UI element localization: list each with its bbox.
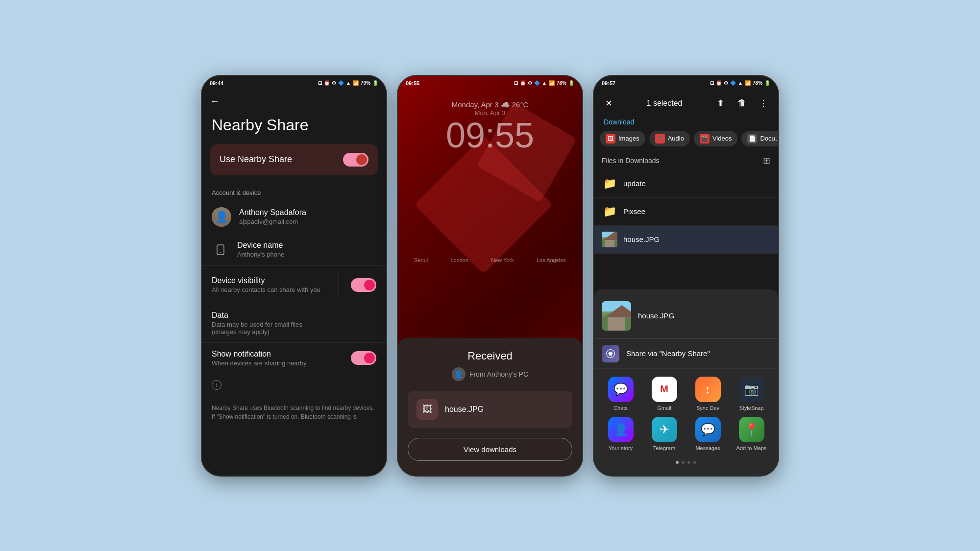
phone3-toolbar: ✕ 1 selected ⬆ 🗑 ⋮: [594, 91, 778, 116]
app-gmail[interactable]: M Gmail: [645, 377, 683, 411]
filter-audio[interactable]: 🎵 Audio: [649, 131, 690, 146]
device-name-item[interactable]: Device name Anthony's phone: [202, 234, 386, 266]
show-notification-item[interactable]: Show notification When devices are shari…: [202, 343, 386, 374]
sender-avatar-icon: 👤: [454, 370, 463, 378]
filter-videos-label: Videos: [712, 135, 732, 142]
settings-icon3: ⚙: [724, 80, 728, 86]
device-visibility-label: Device visibility: [212, 276, 327, 285]
device-name-value: Anthony's phone: [237, 251, 376, 258]
wifi-icon: ▲: [346, 80, 351, 86]
battery-icon3: 🔋: [764, 80, 770, 86]
received-file-card: 🖼 house.JPG: [408, 391, 572, 428]
app-messages[interactable]: 💬 Messages: [689, 417, 727, 451]
gmail-icon: M: [652, 377, 677, 402]
app-your-story[interactable]: 👤 Your story: [602, 417, 639, 451]
filter-images[interactable]: 🖼 Images: [600, 131, 645, 146]
grid-view-icon[interactable]: ⊞: [763, 155, 770, 166]
phone2-content: 09:55 ⊡ ⏰ ⚙ 🔷 ▲ 📶 78% 🔋 Monday, Apr 3 ☁️…: [398, 76, 582, 476]
share-button[interactable]: ⬆: [711, 95, 729, 112]
chats-label: Chats: [613, 405, 628, 411]
phone-2: 09:55 ⊡ ⏰ ⚙ 🔷 ▲ 📶 78% 🔋 Monday, Apr 3 ☁️…: [397, 75, 583, 477]
more-button[interactable]: ⋮: [755, 95, 772, 112]
folder-pixsee-name: Pixsee: [623, 207, 645, 216]
your-story-label: Your story: [609, 445, 633, 451]
house-thumbnail: [602, 232, 617, 247]
device-visibility-item[interactable]: Device visibility All nearby contacts ca…: [202, 266, 386, 304]
filter-row: 🖼 Images 🎵 Audio 🎬 Videos 📄 Docu…: [594, 131, 778, 151]
folder-pixsee[interactable]: 📁 Pixsee: [594, 198, 778, 226]
footer-text: Nearby Share uses Bluetooth scanning to …: [202, 396, 386, 429]
docs-icon: 📄: [747, 134, 757, 144]
battery-text3: 78%: [753, 80, 762, 86]
divider: [339, 273, 339, 297]
alarm-icon3: ⏰: [716, 80, 722, 86]
phone-1: 09:44 ⊡ ⏰ ⚙ 🔷 ▲ 📶 79% 🔋 ← Nearby Share U…: [201, 75, 387, 477]
nearby-share-row[interactable]: Share via "Nearby Share": [594, 339, 778, 369]
sender-avatar: 👤: [452, 367, 466, 381]
info-icon: i: [212, 380, 221, 390]
use-nearby-share-toggle[interactable]: [343, 153, 368, 167]
sim-icon2: ⊡: [514, 80, 518, 86]
wifi-icon2: ▲: [542, 80, 547, 86]
share-file-label: house.JPG: [638, 311, 674, 320]
folder-update[interactable]: 📁 update: [594, 170, 778, 198]
house-body: [605, 240, 614, 247]
app-stylesnap[interactable]: 📷 StyleSnap: [733, 377, 770, 411]
files-section-title: Files in Downloads: [602, 157, 660, 165]
phone3-time: 09:57: [602, 80, 615, 86]
bluetooth-icon: 🔷: [338, 80, 344, 86]
phone-3: 09:57 ⊡ ⏰ ⚙ 🔷 ▲ 📶 78% 🔋 ✕ 1 selected ⬆ 🗑…: [593, 75, 779, 477]
city-newyork: New York: [491, 257, 514, 263]
phone1-content: ← Nearby Share Use Nearby Share Account …: [202, 91, 386, 476]
user-name: Anthony Spadafora: [239, 208, 376, 217]
share-preview: house.JPG: [594, 297, 778, 339]
back-button[interactable]: ←: [210, 96, 220, 107]
nearby-share-label: Share via "Nearby Share": [626, 349, 710, 358]
dot-4: [693, 461, 696, 464]
phone1-status-icons: ⊡ ⏰ ⚙ 🔷 ▲ 📶 79% 🔋: [318, 80, 378, 86]
filter-videos[interactable]: 🎬 Videos: [694, 131, 738, 146]
data-item[interactable]: Data Data may be used for small files(ch…: [202, 304, 386, 343]
audio-icon: 🎵: [655, 134, 665, 144]
download-link[interactable]: Download: [594, 116, 778, 131]
file-house-jpg[interactable]: house.JPG: [594, 226, 778, 254]
telegram-label: Telegram: [653, 445, 675, 451]
delete-button[interactable]: 🗑: [733, 95, 751, 112]
app-syncdev[interactable]: ↕ Sync Dev: [689, 377, 727, 411]
show-notification-sub: When devices are sharing nearby: [212, 359, 343, 367]
show-notification-label: Show notification: [212, 350, 343, 359]
battery-icon2: 🔋: [568, 80, 574, 86]
show-notification-text: Show notification When devices are shari…: [212, 350, 343, 367]
phone2-time: 09:55: [406, 80, 419, 86]
lock-date-text: Monday, Apr 3 ☁️ 26°C: [452, 100, 528, 109]
device-visibility-toggle[interactable]: [351, 278, 376, 292]
share-house-roof: [605, 305, 631, 317]
received-from-text: From Anthony's PC: [469, 370, 528, 378]
phone2-status-icons: ⊡ ⏰ ⚙ 🔷 ▲ 📶 78% 🔋: [514, 80, 574, 86]
videos-icon: 🎬: [700, 134, 710, 144]
messages-icon: 💬: [695, 417, 721, 442]
footer-text2: If "Show notification" is turned on, Blu…: [212, 413, 357, 420]
account-item[interactable]: 👤 Anthony Spadafora ajspadiv@gmail.com: [202, 200, 386, 234]
syncdev-label: Sync Dev: [696, 405, 719, 411]
gmail-label: Gmail: [657, 405, 671, 411]
device-visibility-text: Device visibility All nearby contacts ca…: [212, 276, 327, 293]
show-notification-toggle[interactable]: [351, 351, 376, 365]
use-nearby-share-card[interactable]: Use Nearby Share: [210, 144, 378, 175]
city-seoul: Seoul: [414, 257, 428, 263]
filter-audio-label: Audio: [668, 135, 684, 142]
filter-docs[interactable]: 📄 Docu…: [741, 131, 778, 146]
app-telegram[interactable]: ✈ Telegram: [645, 417, 683, 451]
your-story-icon: 👤: [608, 417, 634, 442]
wifi-icon3: ▲: [738, 80, 743, 86]
device-visibility-sub: All nearby contacts can share with you: [212, 286, 327, 293]
app-chats[interactable]: 💬 Chats: [602, 377, 639, 411]
stylesnap-icon: 📷: [739, 377, 764, 402]
sim-icon: ⊡: [318, 80, 322, 86]
close-button[interactable]: ✕: [600, 95, 617, 112]
phone3-content: ✕ 1 selected ⬆ 🗑 ⋮ Download 🖼 Images 🎵 A…: [594, 91, 778, 476]
view-downloads-button[interactable]: View downloads: [408, 438, 572, 461]
app-maps[interactable]: 📍 Add to Maps: [733, 417, 770, 451]
file-house-name: house.JPG: [623, 235, 660, 243]
phone1-time: 09:44: [210, 80, 223, 86]
